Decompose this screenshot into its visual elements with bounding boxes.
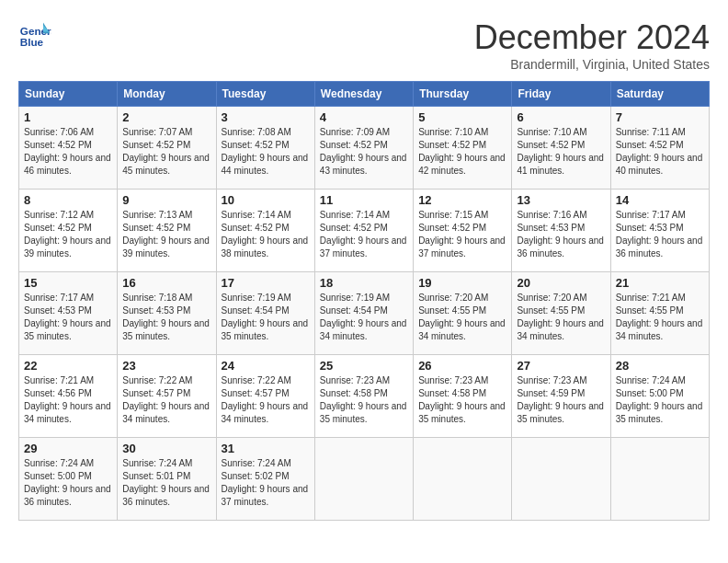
daylight-label: Daylight: 9 hours and 35 minutes. [222, 318, 309, 341]
day-number: 5 [418, 110, 506, 124]
daylight-label: Daylight: 9 hours and 38 minutes. [222, 236, 309, 259]
sunset-label: Sunset: 5:00 PM [616, 388, 684, 398]
svg-text:Blue: Blue [20, 36, 44, 48]
calendar-table: SundayMondayTuesdayWednesdayThursdayFrid… [18, 81, 710, 521]
logo: General Blue [18, 18, 51, 52]
day-number: 2 [122, 110, 210, 124]
day-number: 12 [418, 193, 506, 207]
day-detail: Sunrise: 7:14 AM Sunset: 4:52 PM Dayligh… [320, 209, 408, 260]
day-number: 26 [418, 359, 506, 373]
day-detail: Sunrise: 7:17 AM Sunset: 4:53 PM Dayligh… [616, 209, 704, 260]
day-number: 13 [517, 193, 605, 207]
day-detail: Sunrise: 7:10 AM Sunset: 4:52 PM Dayligh… [517, 126, 605, 178]
calendar-cell: 24 Sunrise: 7:22 AM Sunset: 4:57 PM Dayl… [216, 355, 314, 438]
sunrise-label: Sunrise: 7:10 AM [517, 127, 586, 137]
sunrise-label: Sunrise: 7:13 AM [122, 210, 192, 220]
day-detail: Sunrise: 7:06 AM Sunset: 4:52 PM Dayligh… [24, 126, 112, 178]
week-row: 8 Sunrise: 7:12 AM Sunset: 4:52 PM Dayli… [19, 190, 710, 272]
sunset-label: Sunset: 4:55 PM [517, 305, 585, 316]
calendar-cell: 30 Sunrise: 7:24 AM Sunset: 5:01 PM Dayl… [118, 438, 216, 521]
sunrise-label: Sunrise: 7:21 AM [24, 375, 94, 385]
calendar-cell: 14 Sunrise: 7:17 AM Sunset: 4:53 PM Dayl… [610, 190, 709, 272]
sunrise-label: Sunrise: 7:22 AM [222, 375, 291, 385]
day-detail: Sunrise: 7:13 AM Sunset: 4:52 PM Dayligh… [122, 209, 210, 260]
sunset-label: Sunset: 4:57 PM [222, 388, 290, 398]
day-number: 21 [616, 276, 704, 290]
daylight-label: Daylight: 9 hours and 35 minutes. [418, 401, 506, 424]
day-number: 17 [222, 276, 310, 290]
calendar-cell: 18 Sunrise: 7:19 AM Sunset: 4:54 PM Dayl… [314, 272, 413, 355]
sunset-label: Sunset: 4:59 PM [517, 388, 585, 398]
calendar-cell [314, 438, 413, 521]
day-number: 30 [122, 442, 210, 455]
daylight-label: Daylight: 9 hours and 34 minutes. [418, 318, 506, 341]
weekday-header: Thursday [414, 82, 512, 107]
sunset-label: Sunset: 4:57 PM [122, 388, 190, 398]
weekday-header: Sunday [19, 82, 118, 107]
day-detail: Sunrise: 7:20 AM Sunset: 4:55 PM Dayligh… [418, 292, 506, 343]
page-header: General Blue December 2024 Brandermill, … [18, 18, 710, 72]
weekday-header: Saturday [610, 82, 709, 107]
weekday-header: Tuesday [216, 82, 314, 107]
calendar-cell: 17 Sunrise: 7:19 AM Sunset: 4:54 PM Dayl… [216, 272, 314, 355]
sunrise-label: Sunrise: 7:24 AM [122, 458, 192, 468]
day-detail: Sunrise: 7:12 AM Sunset: 4:52 PM Dayligh… [24, 209, 112, 260]
day-number: 8 [24, 193, 112, 207]
day-number: 16 [122, 276, 210, 290]
day-number: 18 [320, 276, 408, 290]
sunrise-label: Sunrise: 7:19 AM [320, 293, 390, 303]
calendar-cell: 15 Sunrise: 7:17 AM Sunset: 4:53 PM Dayl… [19, 272, 118, 355]
day-detail: Sunrise: 7:09 AM Sunset: 4:52 PM Dayligh… [320, 126, 408, 178]
sunrise-label: Sunrise: 7:18 AM [122, 293, 192, 303]
day-number: 23 [122, 359, 210, 373]
calendar-cell: 23 Sunrise: 7:22 AM Sunset: 4:57 PM Dayl… [118, 355, 216, 438]
sunrise-label: Sunrise: 7:20 AM [418, 293, 488, 303]
day-number: 20 [517, 276, 605, 290]
calendar-cell: 10 Sunrise: 7:14 AM Sunset: 4:52 PM Dayl… [216, 190, 314, 272]
daylight-label: Daylight: 9 hours and 35 minutes. [122, 318, 210, 341]
sunrise-label: Sunrise: 7:22 AM [122, 375, 192, 385]
weekday-header: Monday [118, 82, 216, 107]
daylight-label: Daylight: 9 hours and 45 minutes. [122, 153, 210, 176]
day-number: 1 [24, 110, 112, 124]
day-number: 7 [616, 110, 704, 124]
daylight-label: Daylight: 9 hours and 36 minutes. [24, 484, 111, 507]
calendar-cell: 16 Sunrise: 7:18 AM Sunset: 4:53 PM Dayl… [118, 272, 216, 355]
sunset-label: Sunset: 4:53 PM [122, 305, 190, 316]
sunset-label: Sunset: 4:52 PM [122, 140, 190, 150]
daylight-label: Daylight: 9 hours and 35 minutes. [517, 401, 604, 424]
day-detail: Sunrise: 7:08 AM Sunset: 4:52 PM Dayligh… [222, 126, 310, 178]
day-detail: Sunrise: 7:24 AM Sunset: 5:02 PM Dayligh… [222, 457, 310, 509]
day-number: 14 [616, 193, 704, 207]
sunset-label: Sunset: 4:54 PM [222, 305, 290, 316]
sunset-label: Sunset: 4:52 PM [24, 223, 92, 233]
day-detail: Sunrise: 7:22 AM Sunset: 4:57 PM Dayligh… [222, 374, 310, 426]
sunset-label: Sunset: 4:52 PM [222, 223, 290, 233]
daylight-label: Daylight: 9 hours and 37 minutes. [320, 236, 407, 259]
daylight-label: Daylight: 9 hours and 46 minutes. [24, 153, 111, 176]
day-detail: Sunrise: 7:18 AM Sunset: 4:53 PM Dayligh… [122, 292, 210, 343]
daylight-label: Daylight: 9 hours and 36 minutes. [517, 236, 604, 259]
calendar-cell: 21 Sunrise: 7:21 AM Sunset: 4:55 PM Dayl… [610, 272, 709, 355]
daylight-label: Daylight: 9 hours and 39 minutes. [24, 236, 111, 259]
sunrise-label: Sunrise: 7:14 AM [320, 210, 390, 220]
weekday-header: Friday [512, 82, 610, 107]
sunrise-label: Sunrise: 7:15 AM [418, 210, 488, 220]
calendar-cell [512, 438, 610, 521]
day-number: 24 [222, 359, 310, 373]
day-detail: Sunrise: 7:24 AM Sunset: 5:01 PM Dayligh… [122, 457, 210, 509]
daylight-label: Daylight: 9 hours and 34 minutes. [517, 318, 604, 341]
daylight-label: Daylight: 9 hours and 35 minutes. [24, 318, 111, 341]
calendar-cell: 29 Sunrise: 7:24 AM Sunset: 5:00 PM Dayl… [19, 438, 118, 521]
day-detail: Sunrise: 7:19 AM Sunset: 4:54 PM Dayligh… [222, 292, 310, 343]
day-detail: Sunrise: 7:14 AM Sunset: 4:52 PM Dayligh… [222, 209, 310, 260]
calendar-cell: 9 Sunrise: 7:13 AM Sunset: 4:52 PM Dayli… [118, 190, 216, 272]
daylight-label: Daylight: 9 hours and 36 minutes. [616, 236, 703, 259]
sunset-label: Sunset: 4:52 PM [418, 223, 486, 233]
sunset-label: Sunset: 4:56 PM [24, 388, 92, 398]
day-number: 27 [517, 359, 605, 373]
sunrise-label: Sunrise: 7:11 AM [616, 127, 686, 137]
day-detail: Sunrise: 7:07 AM Sunset: 4:52 PM Dayligh… [122, 126, 210, 178]
sunset-label: Sunset: 4:52 PM [222, 140, 290, 150]
week-row: 15 Sunrise: 7:17 AM Sunset: 4:53 PM Dayl… [19, 272, 710, 355]
